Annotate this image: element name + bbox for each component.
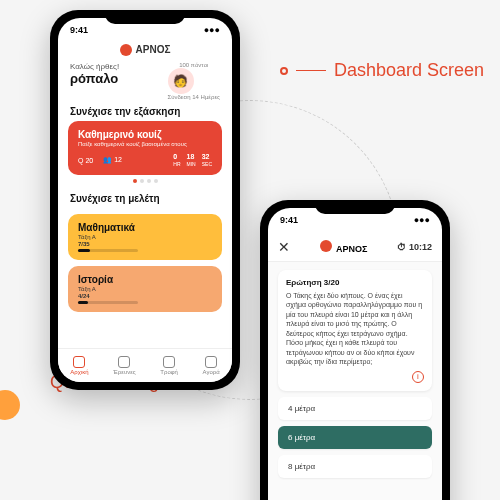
question-card: Ερώτηση 3/20 Ο Τάκης έχει δύο κήπους. Ο … xyxy=(278,270,432,391)
dashboard-label: Dashboard Screen xyxy=(280,60,484,81)
tab-home[interactable]: Αρχική xyxy=(70,356,88,375)
timer: ⏱ 10:12 xyxy=(397,242,432,252)
greeting-name: ρόπαλο xyxy=(70,71,119,86)
continue-practice-header: Συνέχισε την εξάσκηση xyxy=(58,100,232,121)
info-icon[interactable]: i xyxy=(412,371,424,383)
subject-history[interactable]: Ιστορία Τάξη Α 4/24 xyxy=(68,266,222,312)
greeting-text: Καλώς ήρθες! xyxy=(70,62,119,71)
continue-study-header: Συνέχισε τη μελέτη xyxy=(58,187,232,208)
app-logo: ΑΡΝΟΣ xyxy=(320,238,367,256)
answer-option-1[interactable]: 6 μέτρα xyxy=(278,426,432,449)
question-number: Ερώτηση 3/20 xyxy=(286,278,424,287)
points-badge: 100 πόντοι xyxy=(168,62,221,68)
answer-option-2[interactable]: 8 μέτρα xyxy=(278,455,432,478)
tab-research[interactable]: Έρευνες xyxy=(113,356,136,375)
answer-option-0[interactable]: 4 μέτρα xyxy=(278,397,432,420)
subject-math[interactable]: Μαθηματικά Τάξη Α 7/35 xyxy=(68,214,222,260)
question-text: Ο Τάκης έχει δύο κήπους. Ο ένας έχει σχή… xyxy=(286,291,424,367)
daily-quiz-card[interactable]: Καθημερινό κουίζ Παίξε καθημερινά κουίζ … xyxy=(68,121,222,175)
dashboard-phone: 9:41●●● ΑΡΝΟΣ Καλώς ήρθες! ρόπαλο 100 πό… xyxy=(50,10,240,390)
app-logo: ΑΡΝΟΣ xyxy=(58,42,232,58)
tab-shop[interactable]: Αγορά xyxy=(203,356,220,375)
avatar[interactable]: 🧑 xyxy=(168,68,194,94)
tab-bar: Αρχική Έρευνες Τροφή Αγορά xyxy=(58,348,232,382)
question-phone: 9:41●●● ✕ ΑΡΝΟΣ ⏱ 10:12 Ερώτηση 3/20 Ο Τ… xyxy=(260,200,450,500)
carousel-dots[interactable] xyxy=(58,175,232,187)
tab-food[interactable]: Τροφή xyxy=(160,356,178,375)
close-icon[interactable]: ✕ xyxy=(278,239,290,255)
